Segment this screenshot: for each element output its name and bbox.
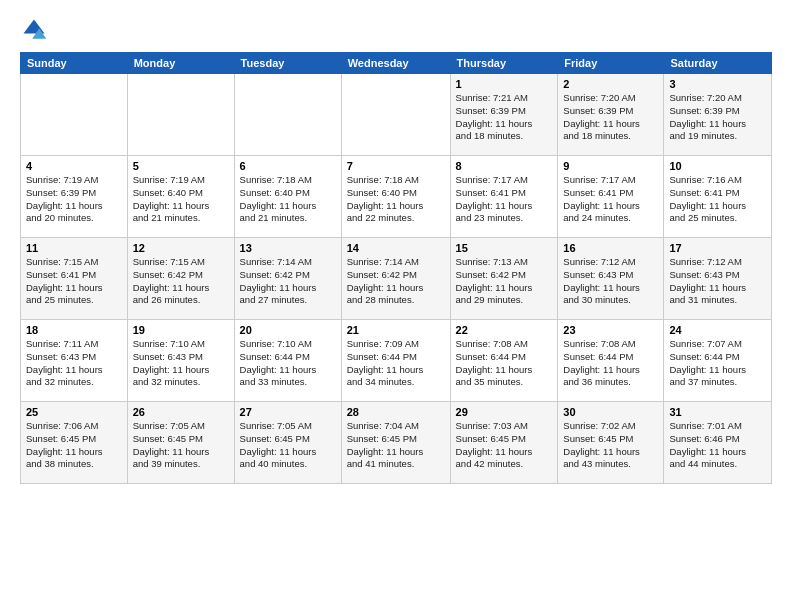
day-number: 8: [456, 160, 553, 172]
day-info: Sunrise: 7:01 AM Sunset: 6:46 PM Dayligh…: [669, 420, 766, 471]
calendar-cell: 14Sunrise: 7:14 AM Sunset: 6:42 PM Dayli…: [341, 238, 450, 320]
calendar-cell: 2Sunrise: 7:20 AM Sunset: 6:39 PM Daylig…: [558, 74, 664, 156]
calendar-cell: 12Sunrise: 7:15 AM Sunset: 6:42 PM Dayli…: [127, 238, 234, 320]
weekday-header-thursday: Thursday: [450, 53, 558, 74]
day-info: Sunrise: 7:04 AM Sunset: 6:45 PM Dayligh…: [347, 420, 445, 471]
calendar-cell: 22Sunrise: 7:08 AM Sunset: 6:44 PM Dayli…: [450, 320, 558, 402]
calendar-cell: [21, 74, 128, 156]
day-info: Sunrise: 7:10 AM Sunset: 6:44 PM Dayligh…: [240, 338, 336, 389]
day-info: Sunrise: 7:19 AM Sunset: 6:39 PM Dayligh…: [26, 174, 122, 225]
weekday-header-wednesday: Wednesday: [341, 53, 450, 74]
calendar-cell: 8Sunrise: 7:17 AM Sunset: 6:41 PM Daylig…: [450, 156, 558, 238]
day-info: Sunrise: 7:10 AM Sunset: 6:43 PM Dayligh…: [133, 338, 229, 389]
day-number: 28: [347, 406, 445, 418]
day-number: 7: [347, 160, 445, 172]
day-number: 25: [26, 406, 122, 418]
day-info: Sunrise: 7:11 AM Sunset: 6:43 PM Dayligh…: [26, 338, 122, 389]
day-info: Sunrise: 7:17 AM Sunset: 6:41 PM Dayligh…: [563, 174, 658, 225]
calendar-cell: 20Sunrise: 7:10 AM Sunset: 6:44 PM Dayli…: [234, 320, 341, 402]
day-number: 21: [347, 324, 445, 336]
calendar-cell: 23Sunrise: 7:08 AM Sunset: 6:44 PM Dayli…: [558, 320, 664, 402]
day-number: 18: [26, 324, 122, 336]
day-number: 14: [347, 242, 445, 254]
day-number: 19: [133, 324, 229, 336]
weekday-header-saturday: Saturday: [664, 53, 772, 74]
calendar-cell: 5Sunrise: 7:19 AM Sunset: 6:40 PM Daylig…: [127, 156, 234, 238]
calendar-cell: 17Sunrise: 7:12 AM Sunset: 6:43 PM Dayli…: [664, 238, 772, 320]
week-row-3: 18Sunrise: 7:11 AM Sunset: 6:43 PM Dayli…: [21, 320, 772, 402]
day-number: 23: [563, 324, 658, 336]
calendar-cell: 3Sunrise: 7:20 AM Sunset: 6:39 PM Daylig…: [664, 74, 772, 156]
calendar-cell: 6Sunrise: 7:18 AM Sunset: 6:40 PM Daylig…: [234, 156, 341, 238]
day-info: Sunrise: 7:07 AM Sunset: 6:44 PM Dayligh…: [669, 338, 766, 389]
day-number: 4: [26, 160, 122, 172]
day-info: Sunrise: 7:08 AM Sunset: 6:44 PM Dayligh…: [563, 338, 658, 389]
day-info: Sunrise: 7:19 AM Sunset: 6:40 PM Dayligh…: [133, 174, 229, 225]
day-info: Sunrise: 7:09 AM Sunset: 6:44 PM Dayligh…: [347, 338, 445, 389]
weekday-header-monday: Monday: [127, 53, 234, 74]
weekday-header-sunday: Sunday: [21, 53, 128, 74]
day-info: Sunrise: 7:20 AM Sunset: 6:39 PM Dayligh…: [563, 92, 658, 143]
day-info: Sunrise: 7:14 AM Sunset: 6:42 PM Dayligh…: [347, 256, 445, 307]
day-number: 26: [133, 406, 229, 418]
day-number: 13: [240, 242, 336, 254]
day-number: 10: [669, 160, 766, 172]
day-number: 3: [669, 78, 766, 90]
day-number: 16: [563, 242, 658, 254]
calendar-cell: 27Sunrise: 7:05 AM Sunset: 6:45 PM Dayli…: [234, 402, 341, 484]
calendar-cell: 31Sunrise: 7:01 AM Sunset: 6:46 PM Dayli…: [664, 402, 772, 484]
day-number: 9: [563, 160, 658, 172]
calendar-cell: 7Sunrise: 7:18 AM Sunset: 6:40 PM Daylig…: [341, 156, 450, 238]
day-info: Sunrise: 7:18 AM Sunset: 6:40 PM Dayligh…: [240, 174, 336, 225]
weekday-header-tuesday: Tuesday: [234, 53, 341, 74]
day-info: Sunrise: 7:21 AM Sunset: 6:39 PM Dayligh…: [456, 92, 553, 143]
calendar-cell: 18Sunrise: 7:11 AM Sunset: 6:43 PM Dayli…: [21, 320, 128, 402]
calendar-cell: 9Sunrise: 7:17 AM Sunset: 6:41 PM Daylig…: [558, 156, 664, 238]
week-row-0: 1Sunrise: 7:21 AM Sunset: 6:39 PM Daylig…: [21, 74, 772, 156]
day-number: 17: [669, 242, 766, 254]
day-number: 22: [456, 324, 553, 336]
day-info: Sunrise: 7:13 AM Sunset: 6:42 PM Dayligh…: [456, 256, 553, 307]
day-info: Sunrise: 7:20 AM Sunset: 6:39 PM Dayligh…: [669, 92, 766, 143]
calendar-cell: 13Sunrise: 7:14 AM Sunset: 6:42 PM Dayli…: [234, 238, 341, 320]
logo: [20, 16, 52, 44]
day-info: Sunrise: 7:17 AM Sunset: 6:41 PM Dayligh…: [456, 174, 553, 225]
day-info: Sunrise: 7:12 AM Sunset: 6:43 PM Dayligh…: [563, 256, 658, 307]
day-info: Sunrise: 7:16 AM Sunset: 6:41 PM Dayligh…: [669, 174, 766, 225]
calendar-cell: 1Sunrise: 7:21 AM Sunset: 6:39 PM Daylig…: [450, 74, 558, 156]
day-number: 20: [240, 324, 336, 336]
calendar-cell: 21Sunrise: 7:09 AM Sunset: 6:44 PM Dayli…: [341, 320, 450, 402]
day-info: Sunrise: 7:18 AM Sunset: 6:40 PM Dayligh…: [347, 174, 445, 225]
calendar-cell: 10Sunrise: 7:16 AM Sunset: 6:41 PM Dayli…: [664, 156, 772, 238]
calendar-cell: 26Sunrise: 7:05 AM Sunset: 6:45 PM Dayli…: [127, 402, 234, 484]
day-info: Sunrise: 7:15 AM Sunset: 6:41 PM Dayligh…: [26, 256, 122, 307]
day-number: 1: [456, 78, 553, 90]
day-number: 15: [456, 242, 553, 254]
day-number: 24: [669, 324, 766, 336]
day-number: 29: [456, 406, 553, 418]
week-row-2: 11Sunrise: 7:15 AM Sunset: 6:41 PM Dayli…: [21, 238, 772, 320]
day-info: Sunrise: 7:08 AM Sunset: 6:44 PM Dayligh…: [456, 338, 553, 389]
weekday-header-row: SundayMondayTuesdayWednesdayThursdayFrid…: [21, 53, 772, 74]
calendar-cell: [234, 74, 341, 156]
day-info: Sunrise: 7:06 AM Sunset: 6:45 PM Dayligh…: [26, 420, 122, 471]
calendar: SundayMondayTuesdayWednesdayThursdayFrid…: [20, 52, 772, 484]
day-number: 6: [240, 160, 336, 172]
day-info: Sunrise: 7:03 AM Sunset: 6:45 PM Dayligh…: [456, 420, 553, 471]
day-info: Sunrise: 7:12 AM Sunset: 6:43 PM Dayligh…: [669, 256, 766, 307]
day-number: 11: [26, 242, 122, 254]
calendar-cell: 11Sunrise: 7:15 AM Sunset: 6:41 PM Dayli…: [21, 238, 128, 320]
week-row-4: 25Sunrise: 7:06 AM Sunset: 6:45 PM Dayli…: [21, 402, 772, 484]
day-number: 12: [133, 242, 229, 254]
day-info: Sunrise: 7:05 AM Sunset: 6:45 PM Dayligh…: [133, 420, 229, 471]
calendar-cell: 28Sunrise: 7:04 AM Sunset: 6:45 PM Dayli…: [341, 402, 450, 484]
day-number: 5: [133, 160, 229, 172]
calendar-cell: 15Sunrise: 7:13 AM Sunset: 6:42 PM Dayli…: [450, 238, 558, 320]
day-info: Sunrise: 7:02 AM Sunset: 6:45 PM Dayligh…: [563, 420, 658, 471]
calendar-cell: [127, 74, 234, 156]
day-number: 2: [563, 78, 658, 90]
calendar-cell: 4Sunrise: 7:19 AM Sunset: 6:39 PM Daylig…: [21, 156, 128, 238]
weekday-header-friday: Friday: [558, 53, 664, 74]
day-number: 27: [240, 406, 336, 418]
calendar-cell: 24Sunrise: 7:07 AM Sunset: 6:44 PM Dayli…: [664, 320, 772, 402]
